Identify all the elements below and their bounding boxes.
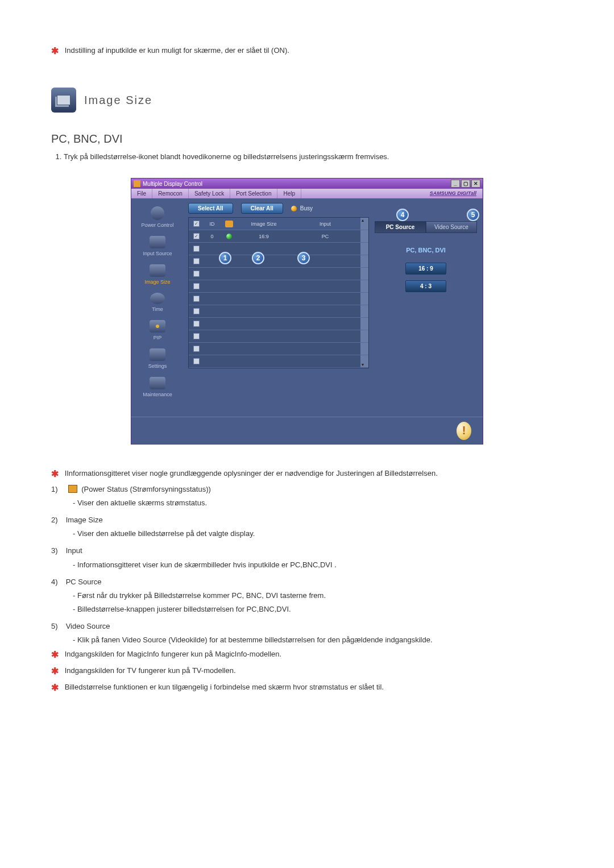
cell-id: 0	[204, 234, 221, 239]
callout-3: 3	[297, 252, 310, 264]
item-3-title: Input	[66, 546, 82, 555]
app-icon	[134, 180, 140, 187]
scrollbar[interactable]	[360, 230, 368, 242]
row-checkbox[interactable]	[193, 283, 200, 289]
subheading: PC, BNC, DVI	[51, 132, 563, 146]
time-icon	[150, 293, 165, 304]
section-title: Image Size	[84, 94, 152, 107]
row-checkbox[interactable]	[193, 258, 200, 264]
title-bar: Multiple Display Control _ ▢ ✕	[131, 178, 483, 189]
menu-safety-lock[interactable]: Safety Lock	[189, 189, 230, 198]
grid-row-empty	[189, 268, 368, 280]
callout-4: 4	[396, 209, 409, 221]
sidebar-item-power-control[interactable]: Power Control	[141, 206, 173, 228]
sidebar-label: PIP	[154, 335, 162, 340]
grid-row-empty	[189, 255, 368, 268]
row-checkbox[interactable]	[193, 296, 200, 302]
sidebar-item-settings[interactable]: Settings	[148, 348, 167, 369]
grid-row-empty	[189, 280, 368, 293]
col-id: ID	[204, 221, 221, 227]
note-top-text: Indstilling af inputkilde er kun muligt …	[65, 46, 289, 55]
intro-list: Tryk på billedstørrelse-ikonet blandt ho…	[51, 152, 563, 161]
item-number: 1)	[51, 484, 64, 495]
close-icon[interactable]: ✕	[471, 180, 480, 188]
menu-help[interactable]: Help	[277, 189, 301, 198]
scroll-down[interactable]	[360, 355, 368, 367]
image-size-section-icon	[51, 88, 76, 113]
menu-remocon[interactable]: Remocon	[152, 189, 189, 198]
sidebar-label: Settings	[148, 363, 167, 369]
tab-pc-source[interactable]: PC Source	[375, 221, 426, 233]
menu-port-selection[interactable]: Port Selection	[230, 189, 277, 198]
grid-row[interactable]: ✓ 0 16:9 PC	[189, 230, 368, 243]
ratio-16-9-button[interactable]: 16 : 9	[405, 263, 446, 275]
item-number: 4)	[51, 576, 64, 588]
row-checkbox[interactable]	[193, 333, 200, 339]
sidebar-item-input-source[interactable]: Input Source	[143, 236, 172, 256]
sidebar-item-time[interactable]: Time	[150, 293, 165, 312]
row-checkbox[interactable]: ✓	[193, 233, 200, 239]
sidebar-item-maintenance[interactable]: Maintenance	[143, 377, 172, 397]
row-checkbox[interactable]	[193, 321, 200, 327]
row-checkbox[interactable]	[193, 271, 200, 277]
note-top: ✱ Indstilling af inputkilde er kun mulig…	[51, 45, 563, 56]
sidebar-item-pip[interactable]: PIP	[150, 320, 165, 340]
item-5-title: Video Source	[66, 622, 110, 630]
item-2-title: Image Size	[66, 516, 103, 524]
grid-row-empty	[189, 355, 368, 368]
sidebar-item-image-size[interactable]: Image Size	[144, 264, 170, 285]
row-checkbox[interactable]	[193, 358, 200, 364]
item-number: 5)	[51, 621, 64, 632]
callout-1: 1	[219, 252, 231, 264]
busy-label: Busy	[300, 205, 313, 211]
item-4-title: PC Source	[66, 578, 102, 586]
body-text: ✱ IInformationsgitteret viser nogle grun…	[51, 467, 563, 695]
menu-file[interactable]: File	[131, 189, 152, 198]
grid-row-empty	[189, 293, 368, 305]
clear-all-button[interactable]: Clear All	[241, 203, 283, 214]
header-checkbox[interactable]: ✓	[193, 221, 200, 227]
select-all-button[interactable]: Select All	[188, 203, 233, 214]
col-image-size: Image Size	[238, 221, 290, 227]
right-pane: 4 5 PC Source Video Source PC, BNC, DVI …	[369, 198, 483, 417]
grid-header-row: ✓ ID Image Size Input	[189, 218, 368, 230]
item-1-detail: - Viser den aktuelle skærms strømstatus.	[51, 497, 563, 509]
maintenance-icon	[150, 377, 165, 389]
star-icon: ✱	[51, 665, 59, 679]
sidebar: Power Control Input Source Image Size Ti…	[131, 198, 184, 417]
col-input: Input	[290, 221, 360, 227]
power-status-icon	[226, 234, 232, 239]
image-size-icon	[150, 264, 165, 277]
star-icon: ✱	[51, 45, 59, 56]
info-grid-note: IInformationsgitteret viser nogle grundl…	[65, 469, 438, 477]
power-status-inline-icon	[68, 485, 77, 493]
settings-icon	[150, 348, 165, 361]
power-icon	[151, 206, 164, 220]
tab-video-source[interactable]: Video Source	[426, 221, 477, 233]
minimize-icon[interactable]: _	[451, 180, 460, 188]
input-source-icon	[150, 236, 165, 248]
sidebar-label: Image Size	[144, 279, 170, 285]
item-number: 2)	[51, 514, 64, 526]
callout-5: 5	[467, 209, 479, 221]
sidebar-label: Power Control	[141, 222, 173, 228]
grid-row-empty	[189, 330, 368, 343]
row-checkbox[interactable]	[193, 346, 200, 352]
item-4-detail-b: - Billedstørrelse-knappen justerer bille…	[51, 604, 563, 615]
item-2-detail: - Viser den aktuelle billedstørrelse på …	[51, 528, 563, 539]
display-grid: ✓ ID Image Size Input ✓ 0 16:9 PC	[188, 217, 369, 368]
maximize-icon[interactable]: ▢	[461, 180, 470, 188]
grid-row-empty	[189, 318, 368, 330]
busy-indicator: Busy	[291, 205, 313, 211]
ratio-4-3-button[interactable]: 4 : 3	[405, 280, 446, 292]
intro-item: Tryk på billedstørrelse-ikonet blandt ho…	[64, 152, 563, 161]
busy-icon	[291, 206, 297, 211]
item-number: 3)	[51, 545, 64, 556]
scroll-up[interactable]	[360, 218, 368, 230]
row-checkbox[interactable]	[193, 246, 200, 252]
row-checkbox[interactable]	[193, 308, 200, 314]
menu-bar: File Remocon Safety Lock Port Selection …	[131, 189, 483, 198]
sidebar-label: Time	[152, 306, 163, 312]
cell-image-size: 16:9	[238, 234, 290, 239]
item-1-label: (Power Status (Strømforsyningsstatus))	[81, 485, 211, 493]
